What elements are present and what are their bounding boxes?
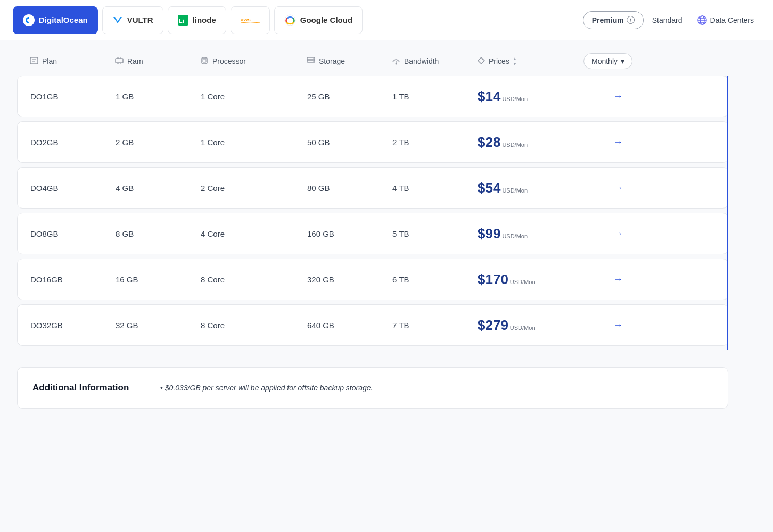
processor-column-icon xyxy=(200,56,209,65)
bandwidth-column-icon xyxy=(392,56,400,65)
provider-tab-linode[interactable]: Li linode xyxy=(168,6,226,34)
plan-arrow[interactable]: → xyxy=(584,271,627,288)
plan-row[interactable]: DO4GB 4 GB 2 Core 80 GB 4 TB $54 USD/Mon… xyxy=(17,167,728,209)
google-cloud-logo-icon xyxy=(284,14,296,26)
col-storage-header: Storage xyxy=(307,56,392,66)
plan-processor: 1 Core xyxy=(201,92,307,101)
plan-arrow[interactable]: → xyxy=(584,317,627,334)
storage-column-icon xyxy=(307,56,315,65)
price-amount: $170 xyxy=(478,271,508,288)
plan-arrow[interactable]: → xyxy=(584,225,627,242)
plan-bandwidth: 1 TB xyxy=(392,92,478,101)
plan-price: $54 USD/Mon xyxy=(478,180,584,196)
googlecloud-label: Google Cloud xyxy=(300,15,352,24)
plan-select-arrow[interactable]: → xyxy=(610,179,627,196)
plan-price: $99 USD/Mon xyxy=(478,226,584,242)
header-right: Premium i Standard Data Centers xyxy=(583,11,760,29)
plan-bandwidth: 5 TB xyxy=(392,229,478,238)
monthly-dropdown[interactable]: Monthly ▾ xyxy=(583,53,632,69)
plan-name: DO8GB xyxy=(30,229,116,238)
plan-bandwidth: 4 TB xyxy=(392,184,478,193)
plan-select-arrow[interactable]: → xyxy=(610,271,627,288)
data-centers-button[interactable]: Data Centers xyxy=(691,11,760,29)
vultr-label: VULTR xyxy=(127,15,153,24)
plan-select-arrow[interactable]: → xyxy=(610,88,627,105)
plan-processor: 8 Core xyxy=(201,321,307,330)
plan-select-arrow[interactable]: → xyxy=(610,134,627,151)
provider-tab-digitalocean[interactable]: DigitalOcean xyxy=(13,6,98,34)
standard-tier-button[interactable]: Standard xyxy=(650,12,685,29)
plan-list: DO1GB 1 GB 1 Core 25 GB 1 TB $14 USD/Mon… xyxy=(17,76,728,350)
plan-ram: 16 GB xyxy=(116,275,201,284)
plan-row[interactable]: DO1GB 1 GB 1 Core 25 GB 1 TB $14 USD/Mon… xyxy=(17,76,728,117)
plan-ram: 1 GB xyxy=(116,92,201,101)
plan-name: DO1GB xyxy=(30,92,116,101)
digitalocean-logo-icon xyxy=(23,14,35,26)
svg-rect-22 xyxy=(203,59,206,62)
ram-column-icon xyxy=(115,56,124,65)
vertical-accent-line xyxy=(727,76,728,350)
col-monthly-header[interactable]: Monthly ▾ xyxy=(583,53,626,69)
price-amount: $99 xyxy=(478,226,500,242)
plan-processor: 4 Core xyxy=(201,229,307,238)
plan-select-arrow[interactable]: → xyxy=(610,225,627,242)
additional-info-text: $0.033/GB per server will be applied for… xyxy=(160,384,373,392)
sort-arrows[interactable]: ▲ ▼ xyxy=(513,56,517,66)
svg-text:aws: aws xyxy=(241,16,251,22)
svg-point-33 xyxy=(482,58,483,59)
svg-point-32 xyxy=(396,63,397,64)
svg-rect-14 xyxy=(116,59,123,63)
plan-ram: 4 GB xyxy=(116,184,201,193)
col-plan-header: Plan xyxy=(30,56,115,66)
additional-info-section: Additional Information $0.033/GB per ser… xyxy=(17,367,728,409)
price-unit: USD/Mon xyxy=(502,233,528,239)
price-unit: USD/Mon xyxy=(510,279,536,285)
plan-select-arrow[interactable]: → xyxy=(610,317,627,334)
plan-row[interactable]: DO8GB 8 GB 4 Core 160 GB 5 TB $99 USD/Mo… xyxy=(17,213,728,254)
plan-arrow[interactable]: → xyxy=(584,134,627,151)
plan-bandwidth: 7 TB xyxy=(392,321,478,330)
plan-storage: 160 GB xyxy=(307,229,392,238)
plan-name: DO32GB xyxy=(30,321,116,330)
premium-label: Premium xyxy=(592,16,624,24)
plan-price: $28 USD/Mon xyxy=(478,134,584,151)
ram-icon xyxy=(115,56,124,66)
col-bandwidth-header: Bandwidth xyxy=(392,56,477,66)
svg-rect-28 xyxy=(307,60,315,62)
plan-storage: 320 GB xyxy=(307,275,392,284)
svg-point-30 xyxy=(313,61,314,62)
plan-processor: 8 Core xyxy=(201,275,307,284)
svg-point-29 xyxy=(313,58,314,59)
plan-arrow[interactable]: → xyxy=(584,179,627,196)
do-label: DigitalOcean xyxy=(39,15,88,24)
svg-marker-1 xyxy=(113,17,122,23)
price-unit: USD/Mon xyxy=(502,187,528,194)
globe-icon xyxy=(697,15,707,25)
plan-row[interactable]: DO32GB 32 GB 8 Core 640 GB 7 TB $279 USD… xyxy=(17,304,728,346)
plan-arrow[interactable]: → xyxy=(584,88,627,105)
plan-row[interactable]: DO16GB 16 GB 8 Core 320 GB 6 TB $170 USD… xyxy=(17,259,728,300)
col-ram-header: Ram xyxy=(115,56,200,66)
price-amount: $54 xyxy=(478,180,500,196)
plan-price: $170 USD/Mon xyxy=(478,271,584,288)
plan-storage: 640 GB xyxy=(307,321,392,330)
premium-tier-button[interactable]: Premium i xyxy=(583,11,644,29)
premium-info-icon: i xyxy=(627,16,635,24)
svg-text:Li: Li xyxy=(179,18,184,24)
plan-row[interactable]: DO2GB 2 GB 1 Core 50 GB 2 TB $28 USD/Mon… xyxy=(17,121,728,163)
provider-tab-aws[interactable]: aws xyxy=(231,6,270,34)
column-headers: Plan Ram xyxy=(17,53,728,69)
aws-logo-icon: aws xyxy=(241,14,260,26)
provider-tab-googlecloud[interactable]: Google Cloud xyxy=(274,6,363,34)
plan-column-icon xyxy=(30,56,38,65)
plan-storage: 25 GB xyxy=(307,92,392,101)
bandwidth-icon xyxy=(392,56,400,66)
plan-name: DO16GB xyxy=(30,275,116,284)
provider-tab-vultr[interactable]: VULTR xyxy=(102,6,163,34)
additional-info-title: Additional Information xyxy=(32,383,139,393)
plan-name: DO2GB xyxy=(30,138,116,147)
vultr-logo-icon xyxy=(112,15,123,26)
main-content: Plan Ram xyxy=(0,40,745,421)
storage-icon xyxy=(307,56,315,66)
plan-processor: 2 Core xyxy=(201,184,307,193)
